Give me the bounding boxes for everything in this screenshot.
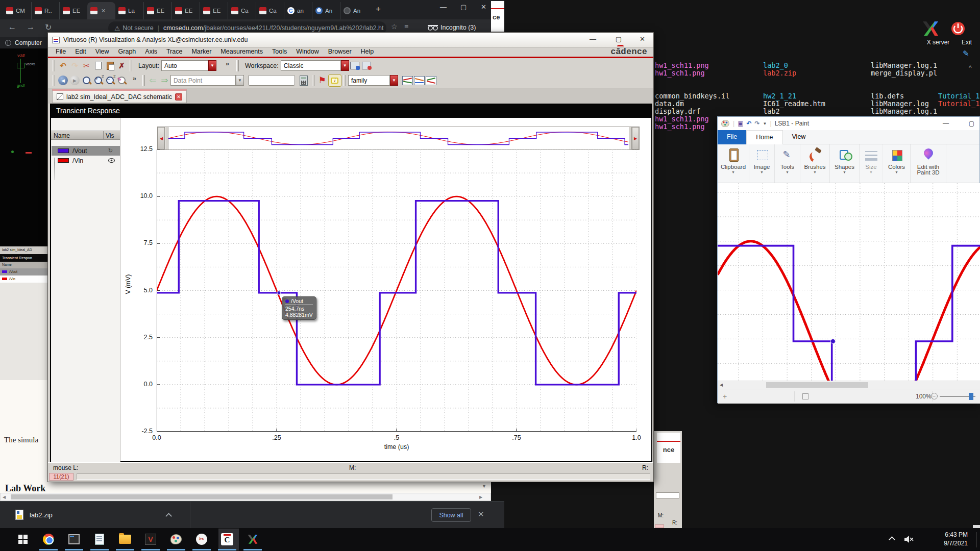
menu-tools[interactable]: Tools [267,47,291,57]
scroll-down-icon[interactable]: ▼ [482,484,486,489]
show-desktop-edge[interactable] [976,532,977,547]
dropdown-arrow-icon[interactable]: ▼ [760,170,764,174]
browser-tab-8[interactable]: Ca [228,2,256,19]
value-input[interactable] [248,75,295,86]
cut-icon[interactable]: ✂ [81,60,92,71]
plot-overview-strip[interactable]: ◀ ▶ [157,127,640,150]
download-file-name[interactable]: lab2.zip [30,511,53,519]
browser-tab-11[interactable]: An [312,2,340,19]
overview-left-arrow-icon[interactable]: ◀ [158,127,165,149]
menu-view[interactable]: View [91,47,114,57]
paint-minimize-button[interactable]: — [943,120,949,127]
browser-tab-9[interactable]: Ca [256,2,284,19]
layout-select-arrow[interactable]: ▼ [208,60,216,71]
browser-tab-6[interactable]: EE [172,2,200,19]
paint-canvas[interactable]: /Vout 294.3ns 4.88281mV [718,183,980,381]
zoom-out-button[interactable]: − [931,393,938,399]
virtuoso-title-bar[interactable]: Virtuoso (R) Visualization & Analysis XL… [48,33,653,47]
download-chevron-icon[interactable] [165,513,172,519]
taskbar-icon-x-server[interactable] [244,531,261,547]
scroll-right-icon[interactable]: ▶ [479,495,482,499]
browser-tab-1[interactable]: R.. [31,2,59,19]
menu-graph[interactable]: Graph [114,47,141,57]
ribbon-group-tools[interactable]: Tools▼ [775,144,800,183]
overview-right-arrow-icon[interactable]: ▶ [632,127,639,149]
zoom-slider-thumb[interactable] [969,393,973,400]
save-workspace-icon[interactable] [349,60,361,71]
tab-view[interactable]: View [783,130,815,144]
bookmark-computer[interactable]: Computer [15,39,44,46]
ribbon-group-edit-with-paint-3d[interactable]: Edit with Paint 3D [911,144,946,183]
waveform-zoom-icon[interactable]: ∿ [116,74,128,86]
dropdown-arrow-icon[interactable]: ▼ [869,170,873,174]
overview-grip[interactable] [628,127,632,149]
save-icon[interactable]: ▣ [738,120,743,127]
overflow-chevron-icon[interactable]: » [226,60,229,67]
virtuoso-maximize-button[interactable]: ▢ [616,35,622,43]
paint-maximize-button[interactable]: ▢ [969,120,974,127]
vout-color-swatch[interactable] [58,148,69,153]
datapoint-select[interactable]: Data Point [170,75,236,86]
copy-icon[interactable] [92,60,104,71]
new-tab-button[interactable]: + [376,4,381,14]
doc-tab[interactable]: lab2 sim_Ideal_ADC_DAC schematic ✕ [52,89,187,103]
browser-tab-12[interactable]: An [340,2,368,19]
vout-visibility-icon[interactable]: ↻ [108,147,113,154]
zoom-fit-icon[interactable] [81,74,92,86]
scroll-left-icon[interactable]: ◀ [720,383,723,387]
browser-tab-0[interactable]: CM [3,2,31,19]
browser-maximize-button[interactable]: ▢ [460,3,467,11]
reload-icon[interactable]: ↻ [45,22,52,32]
delete-workspace-icon[interactable] [361,60,373,71]
tab-close-icon[interactable]: ✕ [101,8,106,14]
datapoint-select-arrow[interactable]: ▼ [236,75,244,86]
menu-file[interactable]: File [51,47,70,57]
ribbon-group-image[interactable]: Image▼ [749,144,775,183]
taskbar-icon-vim[interactable]: V [142,531,159,547]
reading-list-icon[interactable]: ≡ [404,22,408,31]
forward-icon[interactable]: → [27,22,35,32]
overflow-chevron-icon[interactable]: » [133,75,136,82]
overview-grip[interactable] [165,127,168,149]
command-groove[interactable] [77,473,650,480]
bookmark-star-icon[interactable]: ☆ [391,22,398,31]
nav-forward-icon[interactable]: ▶ [69,74,81,86]
taskbar-icon-cadence[interactable]: C [218,531,236,547]
menu-help[interactable]: Help [356,47,379,57]
menu-edit[interactable]: Edit [70,47,91,57]
browser-tab-5[interactable]: EE [143,2,172,19]
family-select[interactable]: family [348,75,390,86]
redo-icon[interactable]: ↷ [69,60,81,71]
mini-scrollbar[interactable] [656,492,679,498]
taskbar-icon-xterm[interactable] [65,531,83,547]
menu-browser[interactable]: Browser [324,47,356,57]
desktop-icon-xserver[interactable]: X server [922,20,954,46]
webpage-horizontal-scrollbar[interactable]: ◀ ▶ [0,493,491,501]
browser-tab-2[interactable]: EE [59,2,87,19]
ribbon-group-colors[interactable]: Colors▼ [883,144,911,183]
browser-tab-3[interactable]: ✕ [87,2,115,19]
ribbon-group-size[interactable]: Size▼ [860,144,883,183]
plot-append-icon[interactable] [426,76,436,85]
ribbon-group-shapes[interactable]: Shapes▼ [830,144,860,183]
browser-close-button[interactable]: ✕ [481,3,486,11]
calculator-icon[interactable] [298,74,310,86]
plot-replace-icon[interactable] [414,76,425,85]
browser-tab-7[interactable]: EE [200,2,228,19]
menu-measurements[interactable]: Measurements [216,47,267,57]
layout-select[interactable]: Auto [161,60,208,71]
menu-trace[interactable]: Trace [162,47,187,57]
next-point-icon[interactable]: ⇒ [159,74,170,86]
ribbon-group-clipboard[interactable]: Clipboard▼ [718,144,749,183]
ribbon-group-brushes[interactable]: Brushes▼ [800,144,830,183]
dropdown-arrow-icon[interactable]: ▼ [895,170,898,174]
dropdown-arrow-icon[interactable]: ▼ [731,170,735,174]
undo-icon[interactable]: ↶ [57,60,69,71]
zoom-in-icon[interactable]: +2 [92,74,104,86]
close-shelf-icon[interactable]: ✕ [478,510,484,519]
tab-file[interactable]: File [718,130,746,144]
vin-eye-icon[interactable] [108,158,115,163]
legend-row-vin[interactable]: /Vin [52,156,120,165]
qat-dropdown-icon[interactable]: ▼ [763,121,767,126]
virtuoso-minimize-button[interactable]: — [590,35,596,43]
